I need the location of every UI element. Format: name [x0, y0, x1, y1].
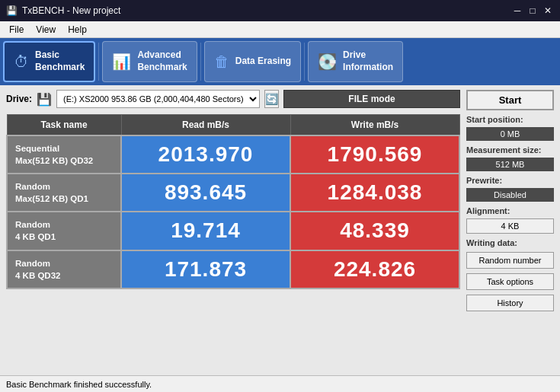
drive-icon: 💾 — [37, 92, 52, 107]
table-row: RandomMax(512 KB) QD1 893.645 1284.038 — [7, 174, 459, 212]
status-text: Basic Benchmark finished successfully. — [6, 380, 152, 389]
table-row: SequentialMax(512 KB) QD32 2013.970 1790… — [7, 135, 459, 174]
task-name-cell-2: Random4 KB QD1 — [7, 212, 121, 250]
read-value-cell-1: 893.645 — [121, 174, 290, 212]
prewrite-label: Prewrite: — [466, 176, 554, 185]
tab-data-erasing[interactable]: 🗑 Data Erasing — [204, 41, 301, 82]
table-row: Random4 KB QD1 19.714 48.339 — [7, 212, 459, 250]
read-value-cell-2: 19.714 — [121, 212, 290, 250]
advanced-benchmark-icon: 📊 — [112, 53, 131, 71]
write-value-cell-3: 224.826 — [290, 250, 459, 288]
left-panel: Drive: 💾 (E:) XS2000 953.86 GB (2,000,40… — [6, 90, 460, 371]
write-value-cell-1: 1284.038 — [290, 174, 459, 212]
toolbar: ⏱ BasicBenchmark 📊 AdvancedBenchmark 🗑 D… — [0, 38, 560, 85]
menu-help[interactable]: Help — [62, 23, 93, 37]
drive-label: Drive: — [6, 94, 32, 104]
history-button[interactable]: History — [466, 295, 554, 311]
toolbar-separator-2 — [200, 43, 201, 81]
task-name-cell-0: SequentialMax(512 KB) QD32 — [7, 135, 121, 174]
drive-select[interactable]: (E:) XS2000 953.86 GB (2,000,404,480 Sec… — [56, 90, 260, 108]
app-icon: 💾 — [6, 5, 18, 16]
file-mode-button[interactable]: FILE mode — [283, 90, 460, 108]
data-erasing-label: Data Erasing — [235, 56, 291, 68]
writing-data-button[interactable]: Random number — [466, 252, 554, 269]
minimize-button[interactable]: ─ — [511, 5, 523, 17]
tab-basic-benchmark[interactable]: ⏱ BasicBenchmark — [3, 41, 95, 82]
window-title: TxBENCH - New project — [22, 5, 120, 16]
start-position-label: Start position: — [466, 115, 554, 124]
writing-data-label: Writing data: — [466, 238, 554, 247]
drive-row: Drive: 💾 (E:) XS2000 953.86 GB (2,000,40… — [6, 90, 460, 108]
close-button[interactable]: ✕ — [542, 5, 554, 17]
header-read: Read mB/s — [121, 115, 290, 136]
header-task-name: Task name — [7, 115, 121, 136]
maximize-button[interactable]: □ — [526, 5, 539, 17]
toolbar-separator-3 — [304, 43, 305, 81]
measurement-size-value: 512 MB — [466, 158, 554, 171]
header-write: Write mB/s — [290, 115, 459, 136]
tab-advanced-benchmark[interactable]: 📊 AdvancedBenchmark — [102, 41, 197, 82]
basic-benchmark-label: BasicBenchmark — [35, 49, 85, 73]
start-position-value: 0 MB — [466, 127, 554, 141]
status-bar: Basic Benchmark finished successfully. — [0, 375, 560, 392]
write-value-cell-0: 1790.569 — [290, 135, 459, 174]
menu-view[interactable]: View — [30, 23, 62, 37]
title-bar: 💾 TxBENCH - New project ─ □ ✕ — [0, 0, 560, 21]
basic-benchmark-icon: ⏱ — [14, 53, 29, 71]
menu-bar: File View Help — [0, 21, 560, 38]
task-options-button[interactable]: Task options — [466, 273, 554, 290]
read-value-cell-3: 171.873 — [121, 250, 290, 288]
task-name-cell-3: Random4 KB QD32 — [7, 250, 121, 288]
drive-information-icon: 💽 — [318, 53, 337, 71]
refresh-button[interactable]: 🔄 — [264, 90, 279, 108]
right-panel: Start Start position: 0 MB Measurement s… — [466, 90, 554, 371]
task-name-cell-1: RandomMax(512 KB) QD1 — [7, 174, 121, 212]
data-erasing-icon: 🗑 — [214, 53, 229, 71]
write-value-cell-2: 48.339 — [290, 212, 459, 250]
table-header-row: Task name Read mB/s Write mB/s — [7, 115, 459, 136]
menu-file[interactable]: File — [3, 23, 30, 37]
benchmark-table: Task name Read mB/s Write mB/s Sequentia… — [6, 114, 460, 289]
prewrite-value: Disabled — [466, 188, 554, 202]
start-button[interactable]: Start — [466, 90, 554, 110]
tab-drive-information[interactable]: 💽 DriveInformation — [308, 41, 403, 82]
alignment-value: 4 KB — [466, 218, 554, 234]
advanced-benchmark-label: AdvancedBenchmark — [137, 49, 187, 73]
main-content: Drive: 💾 (E:) XS2000 953.86 GB (2,000,40… — [0, 85, 560, 375]
read-value-cell-0: 2013.970 — [121, 135, 290, 174]
toolbar-separator-1 — [98, 43, 99, 81]
drive-information-label: DriveInformation — [343, 49, 393, 73]
alignment-label: Alignment: — [466, 206, 554, 215]
measurement-size-label: Measurement size: — [466, 145, 554, 155]
table-row: Random4 KB QD32 171.873 224.826 — [7, 250, 459, 288]
